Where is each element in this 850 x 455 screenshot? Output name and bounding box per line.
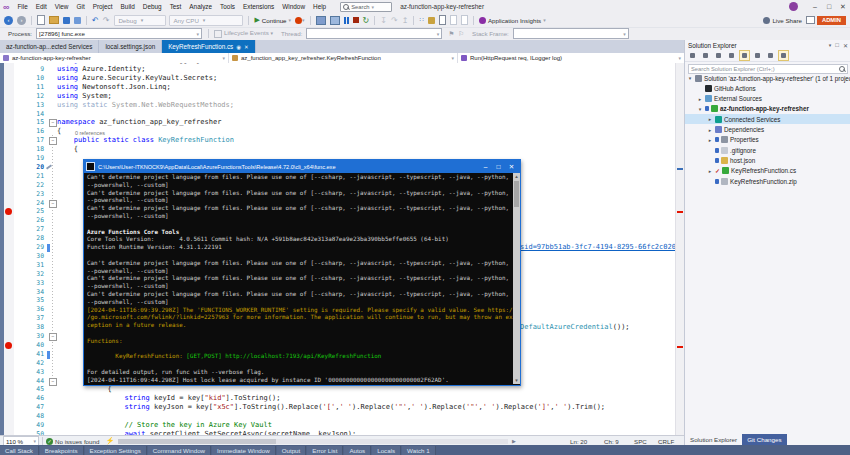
redo-icon[interactable]: ↷ <box>103 16 110 25</box>
tree-expander-icon[interactable]: ▾ <box>697 106 703 112</box>
close-button[interactable]: ✕ <box>836 3 850 11</box>
fold-toggle-icon[interactable]: − <box>49 119 57 127</box>
panel-tab-solution-explorer[interactable]: Solution Explorer <box>685 434 742 445</box>
scrollbar-thumb[interactable] <box>118 439 276 444</box>
doc-tab[interactable]: local.settings.json <box>99 40 162 53</box>
menu-item-extensions[interactable]: Extensions <box>239 3 278 10</box>
panel-close-icon[interactable]: ✕ <box>843 42 848 49</box>
restart-icon[interactable]: ↻ <box>363 16 370 25</box>
console-maximize-button[interactable]: □ <box>492 163 505 170</box>
menu-item-tools[interactable]: Tools <box>216 3 239 10</box>
tree-item[interactable]: ▸✓KeyRefreshFunction.cs <box>685 166 850 176</box>
solution-platform-select[interactable]: Any CPU▾ <box>169 15 243 26</box>
breakpoint-icon[interactable] <box>5 208 12 215</box>
show-all-files-icon[interactable] <box>778 50 789 61</box>
tree-item[interactable]: KeyRefreshFunction.zip <box>685 176 850 186</box>
tree-expander-icon[interactable]: ▸ <box>707 116 713 122</box>
scroll-up-icon[interactable]: ▲ <box>513 173 520 180</box>
step-into-icon[interactable]: ↧ <box>380 16 387 25</box>
menu-item-test[interactable]: Test <box>166 3 186 10</box>
tool-window-tab-breakpoints[interactable]: Breakpoints <box>40 446 84 455</box>
maximize-button[interactable]: □ <box>822 3 836 10</box>
lightning-icon[interactable]: ⚡ <box>105 437 114 445</box>
pin-icon[interactable]: □ <box>835 42 839 48</box>
solution-configuration-select[interactable]: Debug▾ <box>114 15 166 26</box>
properties-icon[interactable] <box>765 50 776 61</box>
sync-with-active-document-icon[interactable] <box>739 50 750 61</box>
bookmark-next-icon[interactable] <box>461 16 468 25</box>
tool-window-tab-autos[interactable]: Autos <box>344 446 371 455</box>
panel-tab-git-changes[interactable]: Git Changes <box>742 434 786 445</box>
lifecycle-events-button[interactable]: Lifecycle Events ▾ <box>214 29 273 37</box>
breakpoint-icon[interactable] <box>5 342 12 349</box>
open-file-icon[interactable] <box>49 16 59 25</box>
window-position-icon[interactable]: ▾ <box>829 42 832 48</box>
console-scrollbar[interactable]: ▲ ▼ <box>513 173 520 384</box>
search-input[interactable]: Search ▾ <box>340 2 392 12</box>
fold-toggle-icon[interactable]: − <box>49 137 57 145</box>
tree-item[interactable]: ▾Solution 'az-function-app-key-refresher… <box>685 73 850 83</box>
stack-frame-select[interactable]: ▾ <box>513 28 629 39</box>
application-insights-menu[interactable]: Application Insights ▾ <box>479 16 546 25</box>
tool-window-tab-exception-settings[interactable]: Exception Settings <box>85 446 147 455</box>
save-all-icon[interactable] <box>74 16 81 25</box>
menu-item-debug[interactable]: Debug <box>139 3 166 10</box>
save-icon[interactable] <box>63 16 70 25</box>
fold-toggle-icon[interactable]: − <box>49 200 57 208</box>
tool-window-tab-immediate-window[interactable]: Immediate Window <box>212 446 276 455</box>
process-select[interactable]: [27896] func.exe▾ <box>36 28 202 39</box>
fold-toggle-icon[interactable]: − <box>49 333 57 341</box>
thread-select[interactable]: ▾ <box>306 28 442 39</box>
undo-icon[interactable]: ↶ <box>92 16 99 25</box>
feedback-icon[interactable] <box>806 16 815 25</box>
scroll-right-icon[interactable]: ▶ <box>512 438 516 444</box>
menu-item-analyze[interactable]: Analyze <box>185 3 216 10</box>
tree-expander-icon[interactable]: ▾ <box>687 75 693 81</box>
codelens-references[interactable]: 0 references <box>75 130 105 136</box>
menu-item-edit[interactable]: Edit <box>32 3 51 10</box>
tree-item[interactable]: ▾az-function-app-key-refresher <box>685 104 850 114</box>
fold-toggle-icon[interactable]: − <box>49 378 57 386</box>
tool-window-tab-output[interactable]: Output <box>277 446 307 455</box>
tree-item[interactable]: .gitignore <box>685 145 850 155</box>
console-window[interactable]: C:\Users\User-ITKNOCK9\AppData\Local\Azu… <box>83 159 521 386</box>
tool-window-tab-command-window[interactable]: Command Window <box>148 446 211 455</box>
new-file-icon[interactable] <box>37 16 45 25</box>
tree-item[interactable]: GitHub Actions <box>685 83 850 93</box>
hot-reload-icon[interactable]: ▾ <box>295 16 305 25</box>
tree-item[interactable]: ▸Connected Services <box>685 114 850 124</box>
tree-item[interactable]: host.json <box>685 155 850 165</box>
filter-pending-changes-icon[interactable] <box>700 50 711 61</box>
doc-tab[interactable]: KeyRefreshFunction.cs◉✕ <box>162 40 256 53</box>
tab-close-icon[interactable]: ✕ <box>244 44 249 50</box>
break-all-icon[interactable] <box>344 16 349 25</box>
menu-item-view[interactable]: View <box>51 3 73 10</box>
refresh-icon[interactable] <box>726 50 737 61</box>
tool-window-tab-call-stack[interactable]: Call Stack <box>0 446 39 455</box>
menu-item-file[interactable]: File <box>13 3 31 10</box>
tool-window-tab-error-list[interactable]: Error List <box>307 446 343 455</box>
menu-item-help[interactable]: Help <box>309 3 330 10</box>
scrollbar-thumb[interactable] <box>514 181 519 207</box>
console-output[interactable]: Can't determine project language from fi… <box>84 173 520 385</box>
tool-window-tab-locals[interactable]: Locals <box>372 446 401 455</box>
menu-item-window[interactable]: Window <box>278 3 309 10</box>
menu-item-project[interactable]: Project <box>89 3 117 10</box>
minimize-button[interactable]: – <box>808 3 822 10</box>
continue-button[interactable]: ▶ Continue ▾ <box>254 16 291 25</box>
tree-expander-icon[interactable]: ▸ <box>707 137 713 143</box>
flagged-threads-icon[interactable]: ⚐ <box>458 30 464 38</box>
member-dropdown[interactable]: Run(HttpRequest req, ILogger log)▾ <box>458 53 684 63</box>
step-over-icon[interactable]: ↷ <box>391 16 398 25</box>
windows-icon[interactable] <box>316 16 326 25</box>
console-title-bar[interactable]: C:\Users\User-ITKNOCK9\AppData\Local\Azu… <box>84 160 520 173</box>
tree-item[interactable]: ▸Properties <box>685 135 850 145</box>
switch-views-icon[interactable] <box>687 50 698 61</box>
stop-debugging-icon[interactable] <box>353 16 359 25</box>
tree-item[interactable]: ▸Dependencies <box>685 125 850 135</box>
horizontal-scrollbar[interactable] <box>118 439 508 444</box>
tree-expander-icon[interactable]: ▸ <box>707 127 713 133</box>
issues-status[interactable]: No issues found <box>55 438 99 445</box>
flag-icon[interactable]: ⚑ <box>448 30 454 38</box>
test-explorer-icon[interactable] <box>428 16 435 25</box>
